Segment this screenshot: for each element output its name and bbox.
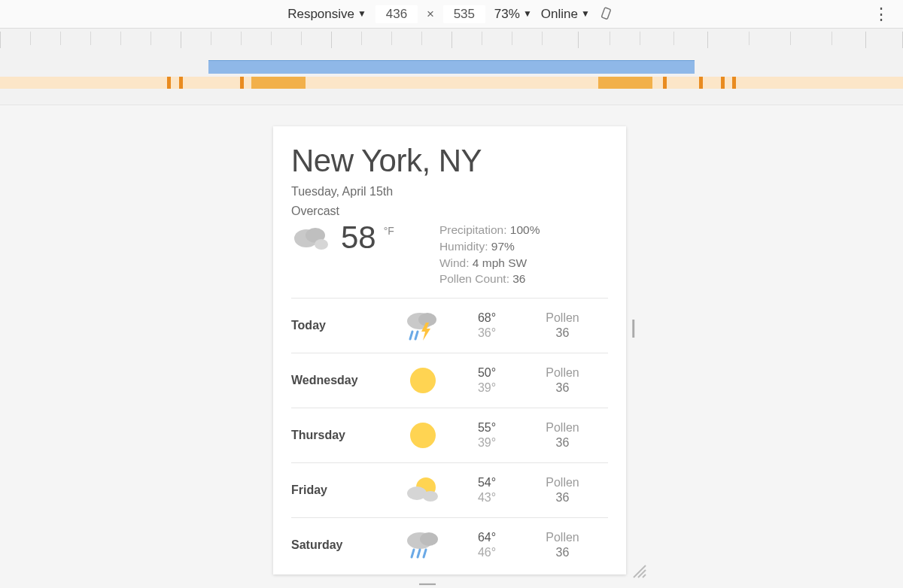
forecast-day: Today bbox=[291, 319, 389, 332]
zoom-dropdown-label: 73% bbox=[494, 7, 520, 22]
forecast-temps: 50°39° bbox=[457, 365, 517, 396]
throttle-dropdown[interactable]: Online ▼ bbox=[541, 7, 590, 22]
viewport-width-input[interactable] bbox=[375, 5, 418, 23]
forecast-pollen-label: Pollen bbox=[517, 475, 608, 490]
forecast-pollen: Pollen36 bbox=[517, 420, 608, 450]
svg-line-17 bbox=[418, 550, 420, 557]
throttle-dropdown-label: Online bbox=[541, 7, 578, 22]
forecast-pollen: Pollen36 bbox=[517, 475, 608, 505]
forecast-high: 64° bbox=[457, 530, 517, 545]
viewport-area: New York, NY Tuesday, April 15th Overcas… bbox=[0, 105, 903, 586]
media-query-bar-min[interactable] bbox=[0, 75, 903, 105]
forecast-row: Wednesday50°39°Pollen36 bbox=[291, 353, 608, 408]
location-title: New York, NY bbox=[291, 143, 608, 179]
device-dropdown-label: Responsive bbox=[287, 7, 354, 22]
forecast-pollen-label: Pollen bbox=[517, 365, 608, 380]
humidity-value: 97% bbox=[491, 240, 515, 253]
ruler bbox=[0, 29, 903, 60]
forecast-thunder-rain-icon bbox=[389, 309, 457, 342]
more-options-icon[interactable]: ⋮ bbox=[873, 6, 889, 23]
forecast-pollen-label: Pollen bbox=[517, 311, 608, 326]
forecast-high: 54° bbox=[457, 475, 517, 490]
resize-handle-corner[interactable] bbox=[631, 562, 647, 583]
chevron-down-icon: ▼ bbox=[581, 8, 590, 19]
zoom-dropdown[interactable]: 73% ▼ bbox=[494, 7, 532, 22]
date-text: Tuesday, April 15th bbox=[291, 183, 608, 200]
humidity-label: Humidity: bbox=[439, 240, 488, 253]
svg-line-18 bbox=[424, 550, 426, 557]
forecast-temps: 64°46° bbox=[457, 530, 517, 560]
temp-unit: °F bbox=[384, 225, 394, 237]
wind-label: Wind: bbox=[439, 256, 470, 269]
forecast-day: Saturday bbox=[291, 538, 389, 552]
current-temp: 58 bbox=[341, 222, 376, 253]
forecast-partly-cloudy-icon bbox=[389, 474, 457, 507]
forecast-pollen-label: Pollen bbox=[517, 420, 608, 435]
dimension-separator: × bbox=[427, 7, 434, 22]
wind-value: 4 mph SW bbox=[473, 256, 527, 269]
svg-point-13 bbox=[423, 491, 438, 502]
forecast-low: 46° bbox=[457, 545, 517, 560]
device-frame: New York, NY Tuesday, April 15th Overcas… bbox=[273, 126, 626, 574]
forecast-sunny-icon bbox=[389, 419, 457, 452]
svg-point-10 bbox=[410, 423, 436, 448]
condition-text: Overcast bbox=[291, 203, 608, 220]
weather-card: New York, NY Tuesday, April 15th Overcas… bbox=[273, 126, 626, 565]
forecast-temps: 54°43° bbox=[457, 475, 517, 505]
forecast-pollen: Pollen36 bbox=[517, 530, 608, 560]
forecast-row: Saturday64°46°Pollen36 bbox=[291, 518, 608, 565]
svg-line-7 bbox=[410, 332, 412, 339]
rotate-icon[interactable] bbox=[599, 6, 616, 23]
forecast-pollen-value: 36 bbox=[517, 380, 608, 396]
forecast-low: 39° bbox=[457, 435, 517, 450]
svg-point-3 bbox=[315, 239, 328, 250]
svg-line-21 bbox=[643, 574, 646, 577]
forecast-rain-icon bbox=[389, 529, 457, 562]
forecast-day: Friday bbox=[291, 483, 389, 497]
viewport-height-input[interactable] bbox=[443, 5, 485, 23]
forecast-pollen-value: 36 bbox=[517, 490, 608, 505]
pollen-value: 36 bbox=[512, 272, 525, 285]
weather-stats: Precipitation: 100% Humidity: 97% Wind: … bbox=[439, 222, 540, 287]
forecast-pollen-value: 36 bbox=[517, 326, 608, 341]
forecast-pollen-value: 36 bbox=[517, 545, 608, 560]
forecast-row: Friday54°43°Pollen36 bbox=[291, 463, 608, 518]
precip-value: 100% bbox=[510, 223, 540, 236]
forecast-pollen: Pollen36 bbox=[517, 311, 608, 341]
forecast-sunny-icon bbox=[389, 364, 457, 397]
forecast-pollen-value: 36 bbox=[517, 435, 608, 450]
forecast-day: Thursday bbox=[291, 429, 389, 442]
resize-handle-right[interactable]: || bbox=[631, 316, 632, 339]
svg-point-9 bbox=[410, 368, 436, 393]
svg-line-8 bbox=[415, 332, 418, 339]
overcast-icon bbox=[291, 222, 333, 258]
forecast-pollen: Pollen36 bbox=[517, 365, 608, 396]
forecast-list: Today68°36°Pollen36Wednesday50°39°Pollen… bbox=[291, 298, 608, 565]
forecast-pollen-label: Pollen bbox=[517, 530, 608, 545]
forecast-day: Wednesday bbox=[291, 374, 389, 387]
forecast-high: 68° bbox=[457, 311, 517, 326]
forecast-low: 39° bbox=[457, 380, 517, 396]
svg-point-15 bbox=[420, 532, 438, 546]
forecast-low: 43° bbox=[457, 490, 517, 505]
forecast-low: 36° bbox=[457, 326, 517, 341]
device-dropdown[interactable]: Responsive ▼ bbox=[287, 7, 366, 22]
precip-label: Precipitation: bbox=[439, 223, 507, 236]
forecast-temps: 55°39° bbox=[457, 420, 517, 450]
forecast-row: Today68°36°Pollen36 bbox=[291, 299, 608, 353]
chevron-down-icon: ▼ bbox=[523, 8, 532, 19]
forecast-temps: 68°36° bbox=[457, 311, 517, 341]
devtools-toolbar: Responsive ▼ × 73% ▼ Online ▼ ⋮ bbox=[0, 0, 903, 29]
svg-line-16 bbox=[412, 550, 414, 557]
forecast-high: 55° bbox=[457, 420, 517, 435]
media-query-bar-max[interactable] bbox=[0, 60, 903, 75]
forecast-high: 50° bbox=[457, 365, 517, 380]
pollen-label: Pollen Count: bbox=[439, 272, 509, 285]
forecast-row: Thursday55°39°Pollen36 bbox=[291, 408, 608, 463]
chevron-down-icon: ▼ bbox=[357, 8, 366, 19]
svg-rect-0 bbox=[601, 7, 610, 19]
